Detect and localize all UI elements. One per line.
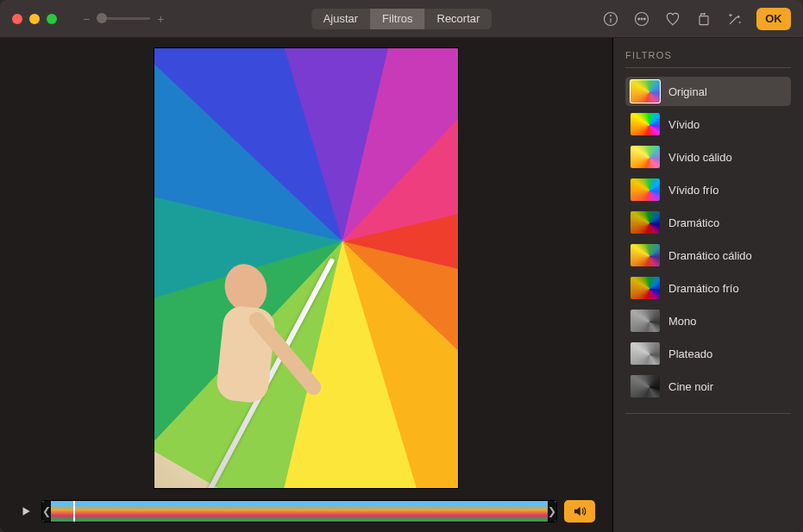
timeline-frame[interactable] bbox=[446, 501, 464, 522]
timeline-frame[interactable] bbox=[299, 501, 317, 522]
filter-thumbnail bbox=[630, 80, 660, 103]
filter-label: Dramático bbox=[668, 216, 719, 229]
timeline-frame[interactable] bbox=[410, 501, 428, 522]
timeline-frame[interactable] bbox=[428, 501, 446, 522]
close-window-button[interactable] bbox=[12, 14, 22, 24]
filter-label: Vívido bbox=[668, 118, 699, 131]
sidebar-title: FILTROS bbox=[625, 50, 791, 60]
zoom-slider[interactable]: − + bbox=[83, 12, 164, 26]
timeline-frame[interactable] bbox=[171, 501, 189, 522]
timeline-frame[interactable] bbox=[116, 501, 134, 522]
filter-row[interactable]: Dramático cálido bbox=[625, 241, 791, 270]
filter-thumbnail bbox=[630, 375, 660, 397]
zoom-out-icon: − bbox=[83, 12, 90, 26]
timeline-frame[interactable] bbox=[262, 501, 280, 522]
rotate-icon[interactable] bbox=[694, 9, 713, 28]
timeline-frame[interactable] bbox=[373, 501, 391, 522]
timeline-frame[interactable] bbox=[281, 501, 299, 522]
svg-point-5 bbox=[641, 18, 643, 20]
sidebar-divider bbox=[625, 67, 791, 68]
zoom-in-icon: + bbox=[157, 12, 164, 26]
timeline-frame[interactable] bbox=[189, 501, 207, 522]
filters-sidebar: FILTROS OriginalVívidoVívido cálidoVívid… bbox=[613, 38, 803, 532]
content: ❮ ❯ FILTROS OriginalVívidoVívido cálidoV… bbox=[0, 38, 803, 532]
auto-enhance-icon[interactable] bbox=[725, 9, 744, 28]
filter-row[interactable]: Dramático bbox=[625, 208, 791, 237]
more-icon[interactable] bbox=[632, 9, 651, 28]
canvas-stage bbox=[0, 38, 612, 498]
info-icon[interactable] bbox=[601, 9, 620, 28]
filter-thumbnail bbox=[630, 178, 660, 201]
zoom-track[interactable] bbox=[97, 17, 150, 20]
filter-label: Vívido cálido bbox=[668, 151, 732, 164]
svg-point-2 bbox=[611, 15, 612, 16]
timeline-frame[interactable] bbox=[483, 501, 501, 522]
video-preview[interactable] bbox=[154, 48, 458, 488]
filter-label: Vívido frío bbox=[668, 184, 719, 197]
playhead[interactable] bbox=[73, 500, 75, 523]
timeline-frame[interactable] bbox=[134, 501, 152, 522]
canvas-area: ❮ ❯ bbox=[0, 38, 613, 532]
timeline-frame[interactable] bbox=[153, 501, 171, 522]
window-controls bbox=[12, 14, 57, 24]
trim-end-handle[interactable]: ❯ bbox=[548, 501, 556, 522]
filter-row[interactable]: Plateado bbox=[625, 339, 791, 368]
play-button[interactable] bbox=[17, 503, 35, 520]
filter-thumbnail bbox=[630, 113, 660, 135]
timeline-frames[interactable]: ❮ ❯ bbox=[41, 500, 557, 523]
zoom-thumb[interactable] bbox=[97, 13, 107, 23]
timeline-frame[interactable] bbox=[317, 501, 336, 522]
filter-thumbnail bbox=[630, 244, 660, 266]
timeline-frame[interactable] bbox=[464, 501, 482, 522]
filter-row[interactable]: Original bbox=[625, 77, 791, 106]
filter-label: Mono bbox=[668, 315, 697, 328]
svg-point-4 bbox=[638, 18, 640, 20]
fullscreen-window-button[interactable] bbox=[47, 14, 57, 24]
timeline-frame[interactable] bbox=[391, 501, 409, 522]
timeline-frame[interactable] bbox=[354, 501, 373, 522]
filter-row[interactable]: Vívido bbox=[625, 110, 791, 139]
filter-thumbnail bbox=[630, 211, 660, 234]
filter-label: Dramático frío bbox=[668, 282, 739, 295]
timeline-frame[interactable] bbox=[97, 501, 116, 522]
timeline-frame[interactable] bbox=[208, 501, 226, 522]
timeline-frame[interactable] bbox=[226, 501, 244, 522]
timeline-frame[interactable] bbox=[501, 501, 519, 522]
timeline-frame[interactable] bbox=[519, 501, 537, 522]
timeline-frame[interactable] bbox=[60, 501, 78, 522]
filter-thumbnail bbox=[630, 342, 660, 365]
timeline-frame[interactable] bbox=[244, 501, 262, 522]
tab-crop[interactable]: Recortar bbox=[425, 9, 492, 29]
trim-start-handle[interactable]: ❮ bbox=[42, 501, 51, 522]
toolbar-right: OK bbox=[601, 8, 791, 30]
done-button[interactable]: OK bbox=[756, 8, 791, 30]
minimize-window-button[interactable] bbox=[29, 14, 40, 24]
svg-point-6 bbox=[644, 18, 646, 20]
video-timeline: ❮ ❯ bbox=[0, 498, 612, 532]
filter-row[interactable]: Dramático frío bbox=[625, 273, 791, 303]
tab-adjust[interactable]: Ajustar bbox=[311, 9, 370, 29]
photo-umbrella bbox=[154, 48, 458, 488]
filter-row[interactable]: Vívido cálido bbox=[625, 142, 791, 172]
filter-row[interactable]: Mono bbox=[625, 306, 791, 335]
sidebar-end-divider bbox=[625, 413, 791, 414]
filter-thumbnail bbox=[630, 146, 660, 168]
timeline-frame[interactable] bbox=[79, 501, 97, 522]
photo-person bbox=[203, 264, 280, 436]
filter-label: Plateado bbox=[668, 347, 712, 360]
timeline-frame[interactable] bbox=[336, 501, 354, 522]
filter-row[interactable]: Vívido frío bbox=[625, 175, 791, 204]
filter-row[interactable]: Cine noir bbox=[625, 372, 791, 401]
filter-label: Original bbox=[668, 85, 707, 98]
filter-thumbnail bbox=[630, 310, 660, 332]
filter-label: Cine noir bbox=[668, 380, 713, 393]
filter-list: OriginalVívidoVívido cálidoVívido fríoDr… bbox=[625, 77, 791, 401]
tab-filters[interactable]: Filtros bbox=[370, 9, 424, 29]
filter-label: Dramático cálido bbox=[668, 249, 752, 262]
favorite-icon[interactable] bbox=[663, 9, 682, 28]
filter-thumbnail bbox=[630, 277, 660, 299]
audio-toggle-button[interactable] bbox=[564, 500, 595, 523]
edit-mode-tabs: Ajustar Filtros Recortar bbox=[311, 9, 492, 29]
titlebar: − + Ajustar Filtros Recortar OK bbox=[0, 0, 803, 38]
svg-rect-7 bbox=[699, 16, 708, 24]
